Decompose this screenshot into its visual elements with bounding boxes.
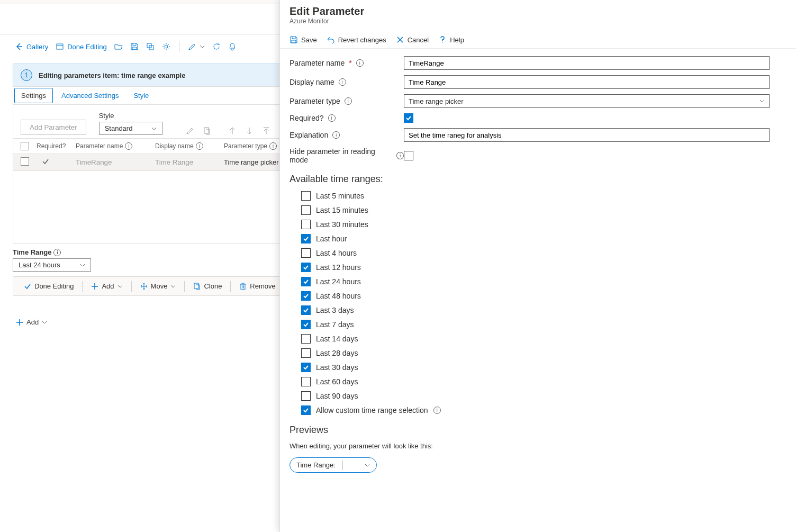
done-editing-label: Done Editing	[34, 282, 74, 290]
info-icon[interactable]: i	[196, 142, 203, 150]
range-checkbox[interactable]	[301, 405, 311, 415]
move-button[interactable]: Move	[135, 280, 182, 292]
add-bottom-button[interactable]: Add	[11, 316, 52, 328]
th-display-name: Display name	[155, 142, 194, 150]
refresh-icon[interactable]	[212, 42, 221, 51]
range-label: Last 28 days	[316, 349, 358, 357]
check-icon	[303, 407, 309, 413]
style-label: Style	[99, 112, 162, 120]
time-range-select[interactable]: Last 24 hours	[13, 258, 91, 272]
range-label: Last hour	[316, 235, 347, 243]
explanation-input[interactable]	[404, 128, 770, 142]
tab-advanced-settings[interactable]: Advanced Settings	[54, 87, 126, 104]
open-folder-icon[interactable]	[114, 42, 123, 51]
tab-style[interactable]: Style	[126, 87, 156, 104]
required-label: Required?	[290, 114, 324, 122]
range-checkbox[interactable]	[301, 363, 311, 372]
close-icon	[396, 35, 404, 44]
tab-settings[interactable]: Settings	[14, 88, 53, 103]
range-checkbox[interactable]	[301, 191, 311, 201]
range-label: Last 4 hours	[316, 249, 357, 257]
range-item: Last 14 days	[301, 334, 770, 344]
info-icon[interactable]: i	[269, 142, 277, 150]
range-checkbox[interactable]	[301, 377, 311, 386]
info-icon[interactable]: i	[345, 97, 352, 105]
display-name-input[interactable]	[404, 75, 770, 89]
check-icon	[303, 278, 309, 285]
select-all-checkbox[interactable]	[21, 142, 29, 150]
info-icon[interactable]: i	[356, 59, 364, 67]
info-icon[interactable]: i	[339, 78, 346, 86]
range-checkbox[interactable]	[301, 220, 311, 229]
clone-button[interactable]: Clone	[188, 280, 227, 292]
info-icon[interactable]: i	[396, 152, 404, 159]
check-icon	[303, 307, 309, 313]
info-icon[interactable]: i	[328, 114, 336, 122]
arrow-up-icon	[228, 127, 237, 135]
done-editing-icon	[56, 42, 64, 51]
range-item: Last 90 days	[301, 391, 770, 401]
range-checkbox[interactable]	[301, 320, 311, 329]
back-gallery[interactable]: Gallery	[15, 42, 48, 51]
add-parameter-button[interactable]: Add Parameter	[21, 120, 86, 135]
pencil-icon	[188, 42, 196, 51]
display-name-label: Display name	[290, 78, 334, 86]
range-checkbox[interactable]	[301, 277, 311, 286]
row-display-name[interactable]	[155, 158, 224, 166]
range-label: Last 48 hours	[316, 292, 361, 300]
range-checkbox[interactable]	[301, 305, 311, 315]
done-editing-button[interactable]: Done Editing	[19, 280, 79, 292]
row-param-name[interactable]	[76, 158, 155, 166]
help-button[interactable]: Help	[438, 35, 464, 44]
alert-bell-icon[interactable]	[228, 42, 237, 51]
row-checkbox[interactable]	[21, 157, 29, 166]
param-name-input[interactable]	[404, 56, 770, 70]
remove-button[interactable]: Remove	[234, 280, 281, 292]
info-icon[interactable]: i	[125, 142, 132, 150]
hide-checkbox[interactable]	[404, 151, 413, 160]
done-editing-top[interactable]: Done Editing	[56, 42, 106, 51]
save-icon[interactable]	[130, 42, 139, 51]
range-label: Allow custom time range selection	[316, 406, 428, 414]
range-checkbox[interactable]	[301, 248, 311, 258]
range-checkbox[interactable]	[301, 263, 311, 272]
info-icon[interactable]: i	[53, 249, 61, 256]
range-label: Last 90 days	[316, 392, 358, 400]
param-type-select[interactable]: Time range picker	[404, 94, 770, 108]
range-checkbox[interactable]	[301, 391, 311, 401]
style-select[interactable]: Standard	[99, 122, 162, 135]
range-label: Last 60 days	[316, 377, 358, 386]
cancel-button[interactable]: Cancel	[396, 35, 429, 44]
copy-icon[interactable]	[146, 42, 155, 51]
range-item: Last 24 hours	[301, 277, 770, 286]
edit-parameter-panel: Edit Parameter Azure Monitor Save Revert…	[279, 0, 796, 532]
info-icon[interactable]: i	[332, 131, 340, 139]
panel-title: Edit Parameter	[290, 5, 786, 17]
edit-dropdown[interactable]	[188, 42, 205, 51]
settings-gear-icon[interactable]	[162, 42, 170, 51]
range-checkbox[interactable]	[301, 291, 311, 301]
range-checkbox[interactable]	[301, 234, 311, 244]
add-bottom-label: Add	[26, 318, 39, 326]
range-item: Last 30 minutes	[301, 220, 770, 229]
save-button[interactable]: Save	[290, 35, 317, 44]
move-icon	[140, 283, 148, 290]
preview-parameter-pill: Time Range:	[290, 457, 377, 473]
range-item: Allow custom time range selectioni	[301, 405, 770, 415]
range-label: Last 15 minutes	[316, 206, 368, 214]
required-checkbox[interactable]	[404, 113, 413, 123]
row-explanation: Explanation i	[290, 128, 770, 142]
row-display-name: Display name i	[290, 75, 770, 89]
arrow-left-icon	[15, 42, 23, 51]
preview-dropdown[interactable]	[342, 461, 376, 470]
range-checkbox[interactable]	[301, 348, 311, 358]
range-checkbox[interactable]	[301, 205, 311, 215]
panel-subtitle: Azure Monitor	[290, 17, 786, 25]
info-icon[interactable]: i	[433, 407, 441, 414]
range-checkbox[interactable]	[301, 334, 311, 344]
range-item: Last 7 days	[301, 320, 770, 329]
revert-button[interactable]: Revert changes	[327, 35, 386, 44]
previews-title: Previews	[290, 425, 770, 436]
add-button[interactable]: Add	[86, 280, 128, 292]
step-number: 1	[21, 69, 32, 81]
